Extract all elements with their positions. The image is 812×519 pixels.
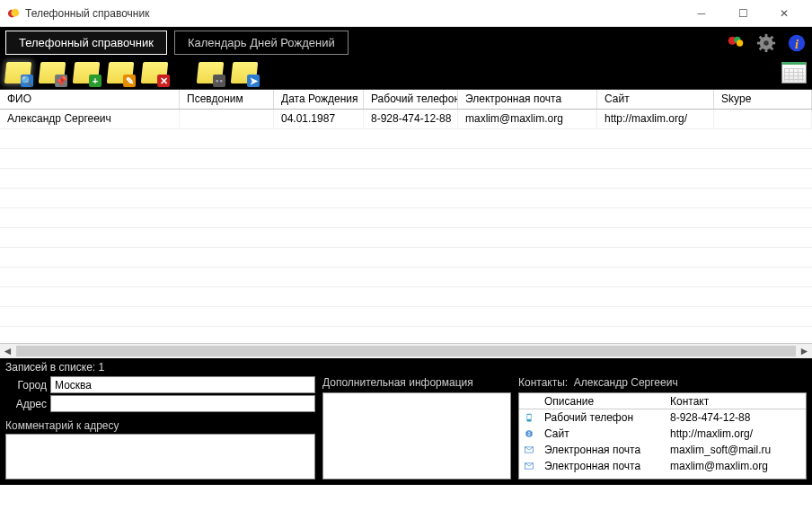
comment-box[interactable]	[5, 434, 315, 479]
extra-info-title: Дополнительная информация	[322, 376, 511, 389]
horizontal-scrollbar[interactable]: ◄ ►	[0, 343, 812, 358]
note-pin-button[interactable]: 📌	[40, 62, 65, 84]
col-email[interactable]: Электронная почта	[458, 90, 597, 109]
col-pseudonym[interactable]: Псевдоним	[180, 90, 274, 109]
mail-icon	[525, 460, 534, 472]
extra-info-box[interactable]	[322, 392, 511, 479]
city-label: Город	[5, 379, 47, 391]
table-header-row: ФИО Псевдоним Дата Рождения Рабочий теле…	[0, 90, 812, 110]
col-workphone[interactable]: Рабочий телефон	[364, 90, 458, 109]
col-skype[interactable]: Skype	[714, 90, 812, 109]
details-panel: Записей в списке: 1 Город Адрес Коммента…	[0, 358, 812, 485]
address-label: Адрес	[5, 398, 47, 410]
note-edit-button[interactable]: ✎	[108, 62, 133, 84]
record-count: Записей в списке: 1	[0, 358, 812, 376]
svg-rect-18	[527, 415, 531, 419]
svg-point-1	[11, 8, 19, 16]
svg-line-12	[771, 47, 773, 49]
col-site[interactable]: Сайт	[597, 90, 714, 109]
svg-text:i: i	[795, 36, 799, 50]
contact-detail-table: Описание Контакт Рабочий телефон 8-928-4…	[518, 392, 807, 479]
detail-col-contact[interactable]: Контакт	[665, 394, 806, 409]
contacts-title: Контакты: Александр Сергееич	[518, 376, 807, 389]
col-dob[interactable]: Дата Рождения	[274, 90, 364, 109]
detail-row[interactable]: Электронная почта maxlim@maxlim.org	[519, 458, 806, 474]
detail-row[interactable]: Сайт http://maxlim.org/	[519, 426, 806, 442]
note-search-button[interactable]: 🔍	[5, 62, 31, 84]
contacts-table: ФИО Псевдоним Дата Рождения Рабочий теле…	[0, 89, 812, 358]
scroll-left-icon[interactable]: ◄	[0, 344, 15, 359]
svg-point-6	[763, 40, 769, 46]
col-fio[interactable]: ФИО	[0, 90, 180, 109]
note-export-button[interactable]: ➤	[232, 62, 257, 84]
balloons-icon[interactable]	[726, 33, 746, 53]
table-row[interactable]: Александр Сергееич 04.01.1987 8-928-474-…	[0, 110, 812, 129]
minimize-button[interactable]: ─	[681, 0, 722, 27]
window-title: Телефонный справочник	[25, 7, 681, 20]
maximize-button[interactable]: ☐	[722, 0, 763, 27]
city-input[interactable]	[50, 376, 315, 393]
globe-icon	[525, 427, 534, 440]
svg-line-14	[771, 36, 773, 39]
address-input[interactable]	[50, 395, 315, 412]
scroll-thumb[interactable]	[16, 346, 796, 356]
detail-col-desc[interactable]: Описание	[539, 394, 665, 409]
comment-label: Комментарий к адресу	[5, 419, 315, 432]
svg-line-11	[760, 36, 763, 39]
app-icon	[7, 7, 20, 20]
phone-icon	[525, 411, 534, 424]
info-icon[interactable]: i	[787, 33, 807, 53]
tab-calendar[interactable]: Календарь Дней Рождений	[174, 31, 349, 55]
scroll-right-icon[interactable]: ►	[797, 344, 812, 359]
note-add-button[interactable]: +	[74, 62, 99, 84]
toolbar: 🔍 📌 + ✎ ✕ 👓 ➤	[0, 58, 812, 89]
detail-row[interactable]: Рабочий телефон 8-928-474-12-88	[519, 409, 806, 426]
tab-strip: Телефонный справочник Календарь Дней Рож…	[0, 27, 812, 58]
note-find-button[interactable]: 👓	[198, 62, 223, 84]
note-delete-button[interactable]: ✕	[142, 62, 167, 84]
calendar-icon[interactable]	[781, 62, 807, 84]
svg-point-4	[737, 40, 743, 46]
mail-icon	[525, 444, 534, 456]
gear-icon[interactable]	[756, 33, 776, 53]
close-button[interactable]: ✕	[763, 0, 805, 27]
svg-line-13	[760, 47, 763, 49]
tab-directory[interactable]: Телефонный справочник	[5, 31, 167, 55]
titlebar: Телефонный справочник ─ ☐ ✕	[0, 0, 812, 27]
detail-row[interactable]: Электронная почта maxlim_soft@mail.ru	[519, 442, 806, 458]
